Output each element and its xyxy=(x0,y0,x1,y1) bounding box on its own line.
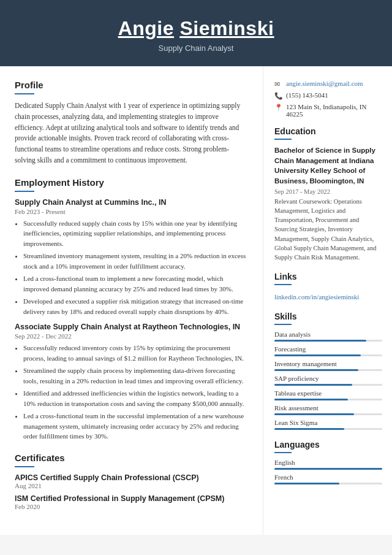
right-column: ✉ angie.sieminski@gmail.com 📞 (155) 143-… xyxy=(263,66,392,535)
cert-1: APICS Certified Supply Chain Professiona… xyxy=(15,473,249,489)
resume: Angie Sieminski Supply Chain Analyst Pro… xyxy=(0,0,392,535)
link-1: linkedin.com/in/angiesieminski xyxy=(274,291,382,302)
skill-1-bar-fill xyxy=(274,340,366,342)
contact-phone: 📞 (155) 143-5041 xyxy=(274,91,382,100)
certificates-title: Certificates xyxy=(15,453,249,463)
skill-7-bar-fill xyxy=(274,428,344,430)
skills-title: Skills xyxy=(274,312,382,321)
education-divider xyxy=(274,139,292,140)
skill-5-bar-fill xyxy=(274,399,348,400)
email-icon: ✉ xyxy=(274,80,283,88)
links-divider xyxy=(274,284,292,285)
profile-section: Profile Dedicated Supply Chain Analyst w… xyxy=(15,80,249,166)
full-name: Angie Sieminski xyxy=(12,17,380,40)
lang-2-name: French xyxy=(274,473,382,481)
skill-4: SAP proficiency xyxy=(274,375,382,386)
job-1: Supply Chain Analyst at Cummins Inc., IN… xyxy=(15,198,249,317)
phone-icon: 📞 xyxy=(274,92,283,100)
job-2-bullet-4: Led a cross-functional team in the succe… xyxy=(23,411,249,442)
edu-date: Sep 2017 - May 2022 xyxy=(274,188,382,195)
employment-section: Employment History Supply Chain Analyst … xyxy=(15,177,249,442)
job-1-bullet-4: Developed and executed a supplier risk m… xyxy=(23,296,249,316)
cert-1-date: Aug 2021 xyxy=(15,482,249,489)
skill-1: Data analysis xyxy=(274,331,382,342)
skill-2-name: Forecasting xyxy=(274,345,382,353)
skill-4-name: SAP proficiency xyxy=(274,375,382,382)
job-1-date: Feb 2023 - Present xyxy=(15,208,249,215)
job-1-bullet-1: Successfully reduced supply chain costs … xyxy=(23,218,249,249)
cert-2-date: Feb 2020 xyxy=(15,503,249,510)
first-name: Angie xyxy=(118,17,174,39)
lang-2-bar-bg xyxy=(274,483,382,484)
skill-1-name: Data analysis xyxy=(274,331,382,338)
linkedin-link[interactable]: linkedin.com/in/angiesieminski xyxy=(274,293,359,300)
employment-divider xyxy=(15,191,34,192)
skills-section: Skills Data analysis Forecasting Invento… xyxy=(274,312,382,430)
coursework-label: Relevant Coursework: xyxy=(274,198,332,205)
email-link[interactable]: angie.sieminski@gmail.com xyxy=(286,80,363,87)
skill-3-bar-fill xyxy=(274,369,358,371)
job-2: Associate Supply Chain Analyst at Raythe… xyxy=(15,323,249,442)
skill-7: Lean Six Sigma xyxy=(274,419,382,430)
skill-6-bar-fill xyxy=(274,413,354,415)
lang-2-bar-fill xyxy=(274,483,339,484)
skill-1-bar-bg xyxy=(274,340,382,342)
edu-degree: Bachelor of Science in Supply Chain Mana… xyxy=(274,145,382,186)
cert-2-name: ISM Certified Professional in Supply Man… xyxy=(15,494,249,503)
job-2-bullets: Successfully reduced inventory costs by … xyxy=(15,343,249,442)
skill-3: Inventory management xyxy=(274,360,382,371)
job-1-title: Supply Chain Analyst at Cummins Inc., IN xyxy=(15,198,249,207)
job-2-date: Sep 2022 - Dec 2022 xyxy=(15,332,249,340)
job-2-bullet-2: Streamlined the supply chain process by … xyxy=(23,366,249,386)
skill-6-name: Risk assessment xyxy=(274,404,382,411)
skill-5: Tableau expertise xyxy=(274,389,382,400)
skill-5-bar-bg xyxy=(274,399,382,400)
certificates-section: Certificates APICS Certified Supply Chai… xyxy=(15,453,249,510)
location-icon: 📍 xyxy=(274,104,283,112)
contact-email: ✉ angie.sieminski@gmail.com xyxy=(274,80,382,88)
cert-1-name: APICS Certified Supply Chain Professiona… xyxy=(15,473,249,482)
employment-title: Employment History xyxy=(15,177,249,188)
skill-4-bar-fill xyxy=(274,384,352,386)
profile-title: Profile xyxy=(15,80,249,90)
skills-divider xyxy=(274,324,292,325)
job-2-title: Associate Supply Chain Analyst at Raythe… xyxy=(15,323,249,331)
skill-4-bar-bg xyxy=(274,384,382,386)
left-column: Profile Dedicated Supply Chain Analyst w… xyxy=(0,66,263,535)
lang-1-bar-fill xyxy=(274,468,382,470)
skill-2-bar-bg xyxy=(274,354,382,356)
edu-coursework: Relevant Coursework: Operations Manageme… xyxy=(274,197,382,262)
skill-3-name: Inventory management xyxy=(274,360,382,367)
education-title: Education xyxy=(274,126,382,136)
job-2-bullet-1: Successfully reduced inventory costs by … xyxy=(23,343,249,363)
cert-2: ISM Certified Professional in Supply Man… xyxy=(15,494,249,510)
lang-1-bar-bg xyxy=(274,468,382,470)
lang-2: French xyxy=(274,473,382,484)
skill-5-name: Tableau expertise xyxy=(274,389,382,397)
education-section: Education Bachelor of Science in Supply … xyxy=(274,126,382,262)
languages-title: Languages xyxy=(274,440,382,450)
last-name: Sieminski xyxy=(179,17,274,39)
job-title: Supply Chain Analyst xyxy=(12,44,380,53)
links-section: Links linkedin.com/in/angiesieminski xyxy=(274,272,382,302)
body: Profile Dedicated Supply Chain Analyst w… xyxy=(0,66,392,535)
contact-section: ✉ angie.sieminski@gmail.com 📞 (155) 143-… xyxy=(274,80,382,118)
address-text: 123 Main St, Indianapolis, IN 46225 xyxy=(286,103,382,118)
skill-6: Risk assessment xyxy=(274,404,382,415)
coursework-text: Operations Management, Logistics and Tra… xyxy=(274,198,377,261)
profile-divider xyxy=(15,93,34,94)
lang-1-name: English xyxy=(274,459,382,466)
contact-address: 📍 123 Main St, Indianapolis, IN 46225 xyxy=(274,103,382,118)
languages-divider xyxy=(274,452,292,453)
skill-7-bar-bg xyxy=(274,428,382,430)
languages-section: Languages English French xyxy=(274,440,382,484)
skill-3-bar-bg xyxy=(274,369,382,371)
job-1-bullets: Successfully reduced supply chain costs … xyxy=(15,218,249,317)
skill-6-bar-bg xyxy=(274,413,382,415)
phone-text: (155) 143-5041 xyxy=(286,91,328,99)
links-title: Links xyxy=(274,272,382,281)
skill-2-bar-fill xyxy=(274,354,361,356)
skill-2: Forecasting xyxy=(274,345,382,356)
profile-text: Dedicated Supply Chain Analyst with 1 ye… xyxy=(15,101,249,166)
job-1-bullet-2: Streamlined inventory management system,… xyxy=(23,251,249,271)
